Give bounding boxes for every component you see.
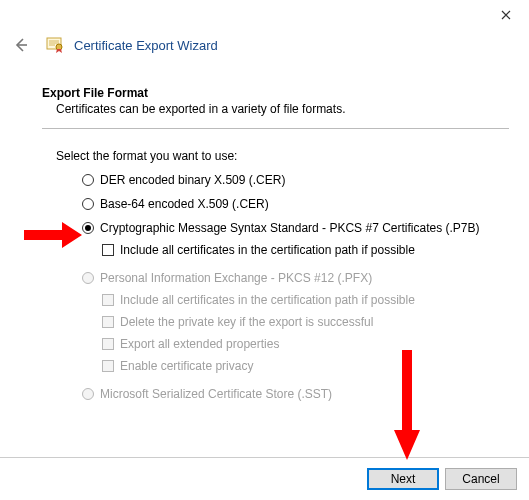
option-base64[interactable]: Base-64 encoded X.509 (.CER) (82, 195, 509, 213)
checkbox-icon (102, 294, 114, 306)
radio-icon (82, 272, 94, 284)
cancel-button[interactable]: Cancel (445, 468, 517, 490)
next-button[interactable]: Next (367, 468, 439, 490)
checkbox-icon (102, 244, 114, 256)
radio-icon (82, 174, 94, 186)
option-label: Microsoft Serialized Certificate Store (… (100, 387, 332, 401)
wizard-title: Certificate Export Wizard (74, 38, 218, 53)
option-pfx: Personal Information Exchange - PKCS #12… (82, 269, 509, 287)
divider (42, 128, 509, 129)
footer-divider (0, 457, 529, 458)
radio-icon (82, 198, 94, 210)
format-prompt: Select the format you want to use: (56, 149, 509, 163)
option-p7b-include[interactable]: Include all certificates in the certific… (102, 241, 509, 259)
option-label: Export all extended properties (120, 337, 279, 351)
checkbox-icon (102, 338, 114, 350)
option-pfx-include: Include all certificates in the certific… (102, 291, 509, 309)
option-label: Enable certificate privacy (120, 359, 253, 373)
radio-icon (82, 222, 94, 234)
option-der[interactable]: DER encoded binary X.509 (.CER) (82, 171, 509, 189)
content-area: Export File Format Certificates can be e… (42, 86, 509, 403)
close-icon[interactable] (491, 4, 521, 26)
option-p7b[interactable]: Cryptographic Message Syntax Standard - … (82, 219, 509, 237)
wizard-header: Certificate Export Wizard (0, 30, 529, 60)
titlebar (0, 0, 529, 30)
radio-icon (82, 388, 94, 400)
option-label: DER encoded binary X.509 (.CER) (100, 173, 285, 187)
option-label: Base-64 encoded X.509 (.CER) (100, 197, 269, 211)
certificate-icon (44, 34, 66, 56)
option-pfx-privacy: Enable certificate privacy (102, 357, 509, 375)
option-sst: Microsoft Serialized Certificate Store (… (82, 385, 509, 403)
back-arrow-icon[interactable] (10, 34, 32, 56)
option-label: Include all certificates in the certific… (120, 293, 415, 307)
option-pfx-extended: Export all extended properties (102, 335, 509, 353)
option-label: Personal Information Exchange - PKCS #12… (100, 271, 372, 285)
section-subtitle: Certificates can be exported in a variet… (56, 102, 509, 116)
checkbox-icon (102, 316, 114, 328)
section-title: Export File Format (42, 86, 509, 100)
format-options: DER encoded binary X.509 (.CER) Base-64 … (82, 171, 509, 403)
footer-buttons: Next Cancel (367, 468, 517, 490)
option-label: Cryptographic Message Syntax Standard - … (100, 221, 480, 235)
option-label: Include all certificates in the certific… (120, 243, 415, 257)
option-pfx-delete: Delete the private key if the export is … (102, 313, 509, 331)
checkbox-icon (102, 360, 114, 372)
option-label: Delete the private key if the export is … (120, 315, 373, 329)
